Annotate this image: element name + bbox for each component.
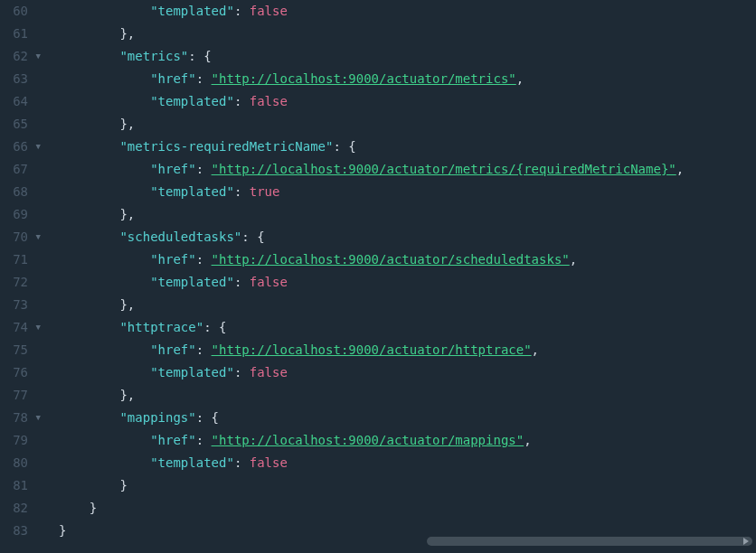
line-number: 69 — [0, 203, 41, 226]
indent — [59, 207, 119, 221]
line-number-gutter: 606162▼63646566▼67686970▼71727374▼757677… — [0, 0, 50, 553]
horizontal-scrollbar-thumb[interactable] — [427, 537, 752, 546]
code-line[interactable]: "templated": false — [59, 90, 756, 113]
line-number: 77 — [0, 384, 41, 407]
code-line[interactable]: "mappings": { — [59, 407, 756, 429]
fold-toggle-icon[interactable]: ▼ — [33, 139, 41, 154]
token-punct: : { — [188, 49, 211, 63]
line-number-text: 79 — [13, 429, 28, 452]
code-line[interactable]: "templated": false — [59, 271, 756, 294]
scroll-right-arrow-icon[interactable] — [743, 538, 749, 545]
code-line[interactable]: "scheduledtasks": { — [59, 226, 756, 248]
token-key: "templated" — [150, 4, 234, 18]
token-key: "scheduledtasks" — [119, 230, 241, 244]
code-line[interactable]: }, — [59, 384, 756, 407]
line-number: 79 — [0, 429, 41, 452]
indent — [59, 184, 150, 199]
line-number-text: 81 — [13, 474, 28, 497]
line-number-text: 66 — [13, 136, 28, 158]
token-url[interactable]: "http://localhost:9000/actuator/httptrac… — [212, 342, 532, 357]
line-number-text: 63 — [13, 68, 28, 90]
line-number-text: 77 — [13, 384, 28, 407]
line-number: 75 — [0, 339, 41, 361]
line-number-text: 73 — [13, 294, 28, 316]
token-url[interactable]: "http://localhost:9000/actuator/schedule… — [212, 252, 570, 267]
line-number: 83 — [0, 520, 41, 542]
token-punct: : — [196, 252, 212, 267]
code-line[interactable]: } — [59, 474, 756, 497]
line-number-text: 78 — [13, 407, 28, 429]
line-number: 76 — [0, 361, 41, 384]
token-punct: : — [196, 433, 212, 447]
code-line[interactable]: "metrics": { — [59, 45, 756, 68]
token-key: "metrics-requiredMetricName" — [119, 139, 333, 154]
indent — [59, 71, 150, 86]
line-number: 66▼ — [0, 136, 41, 158]
line-number: 68 — [0, 181, 41, 203]
code-line[interactable]: "templated": false — [59, 452, 756, 474]
horizontal-scrollbar-track[interactable] — [4, 540, 754, 549]
line-number-text: 61 — [13, 23, 28, 45]
line-number-text: 75 — [13, 339, 28, 361]
code-line[interactable]: "href": "http://localhost:9000/actuator/… — [59, 248, 756, 271]
code-line[interactable]: "metrics-requiredMetricName": { — [59, 136, 756, 158]
line-number: 82 — [0, 497, 41, 520]
token-key: "href" — [150, 71, 196, 86]
code-line[interactable]: "templated": false — [59, 361, 756, 384]
line-number-text: 82 — [13, 497, 28, 520]
token-url[interactable]: "http://localhost:9000/actuator/mappings… — [212, 433, 524, 447]
indent — [59, 388, 119, 402]
line-number: 60 — [0, 0, 41, 23]
fold-toggle-icon[interactable]: ▼ — [33, 320, 41, 334]
code-line[interactable]: }, — [59, 294, 756, 316]
fold-toggle-icon[interactable]: ▼ — [33, 49, 41, 63]
code-line[interactable]: "httptrace": { — [59, 316, 756, 339]
line-number: 64 — [0, 90, 41, 113]
fold-toggle-icon[interactable]: ▼ — [33, 410, 41, 425]
token-bool: false — [250, 455, 288, 470]
code-line[interactable]: "href": "http://localhost:9000/actuator/… — [59, 429, 756, 452]
token-punct: : { — [241, 230, 264, 244]
line-number-text: 72 — [13, 271, 28, 294]
token-url[interactable]: "http://localhost:9000/actuator/metrics" — [212, 71, 516, 86]
token-punct: : — [196, 71, 212, 86]
code-line[interactable]: "href": "http://localhost:9000/actuator/… — [59, 68, 756, 90]
line-number: 73 — [0, 294, 41, 316]
line-number-text: 76 — [13, 361, 28, 384]
line-number: 61 — [0, 23, 41, 45]
fold-toggle-icon[interactable]: ▼ — [33, 230, 41, 244]
token-bool: false — [250, 275, 288, 289]
line-number: 62▼ — [0, 45, 41, 68]
token-key: "templated" — [150, 365, 234, 380]
code-line[interactable]: "templated": true — [59, 181, 756, 203]
line-number: 81 — [0, 474, 41, 497]
line-number: 70▼ — [0, 226, 41, 248]
code-line[interactable]: } — [59, 497, 756, 520]
token-punct: : { — [203, 320, 226, 334]
token-url[interactable]: "http://localhost:9000/actuator/metrics/… — [212, 162, 676, 176]
token-key: "href" — [150, 342, 196, 357]
token-bool: false — [250, 4, 288, 18]
token-punct: : { — [333, 139, 355, 154]
code-content[interactable]: "templated": false }, "metrics": { "href… — [50, 0, 756, 553]
indent — [59, 4, 150, 18]
token-bool: false — [250, 365, 288, 380]
line-number-text: 70 — [13, 226, 28, 248]
code-editor[interactable]: 606162▼63646566▼67686970▼71727374▼757677… — [0, 0, 756, 553]
indent — [59, 365, 150, 380]
code-line[interactable]: }, — [59, 203, 756, 226]
indent — [59, 94, 150, 108]
code-line[interactable]: }, — [59, 113, 756, 136]
token-key: "mappings" — [119, 410, 195, 425]
line-number-text: 83 — [13, 520, 28, 542]
token-key: "templated" — [150, 275, 234, 289]
code-line[interactable]: "href": "http://localhost:9000/actuator/… — [59, 158, 756, 181]
code-line[interactable]: "href": "http://localhost:9000/actuator/… — [59, 339, 756, 361]
token-punct: , — [516, 71, 524, 86]
token-punct: : — [234, 94, 250, 108]
code-line[interactable]: "templated": false — [59, 0, 756, 23]
indent — [59, 275, 150, 289]
token-punct: } — [59, 523, 66, 538]
indent — [59, 297, 119, 312]
code-line[interactable]: }, — [59, 23, 756, 45]
